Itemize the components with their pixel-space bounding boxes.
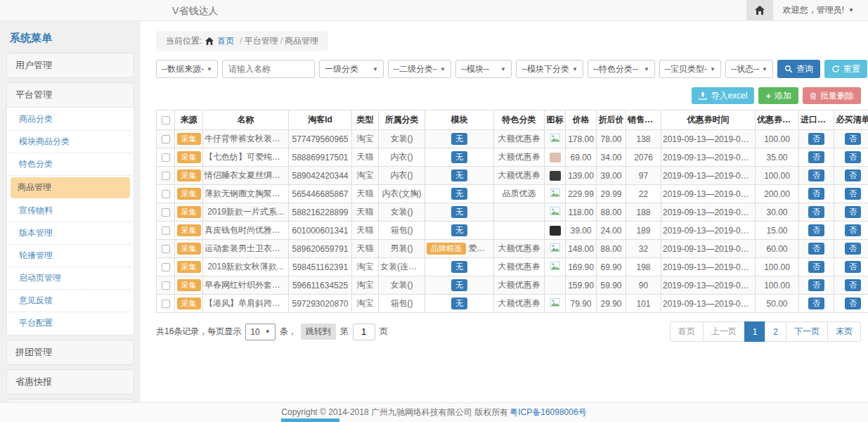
filter-select-0[interactable]: --数据来源--▼: [156, 60, 218, 78]
module-badge: 无: [451, 151, 467, 164]
must-buy-toggle-badge[interactable]: 否: [845, 298, 861, 310]
sidebar-item-1[interactable]: 平台管理: [6, 82, 134, 108]
sidebar-subitem-1[interactable]: 模块商品分类: [9, 131, 131, 153]
filter-select-7[interactable]: --宝贝类型--▼: [659, 60, 721, 78]
sidebar-subitem-5[interactable]: 版本管理: [9, 222, 131, 245]
sidebar-subitem-2[interactable]: 特色分类: [9, 153, 131, 176]
page-number-input[interactable]: [353, 324, 375, 340]
import-toggle-badge[interactable]: 否: [808, 170, 824, 182]
must-buy-toggle-badge[interactable]: 否: [845, 151, 861, 164]
sidebar-subitem-9[interactable]: 平台配置: [9, 312, 131, 334]
sidebar-subitem-7[interactable]: 启动页管理: [9, 267, 131, 290]
cell-category: 女装(连衣裙): [379, 258, 425, 276]
import-toggle-badge[interactable]: 否: [808, 224, 824, 237]
import-toggle-badge[interactable]: 否: [808, 206, 824, 219]
must-buy-toggle-badge[interactable]: 否: [845, 206, 861, 219]
batch-delete-button[interactable]: 批量删除: [803, 87, 861, 104]
pager-button-2[interactable]: 1: [744, 321, 766, 342]
source-badge: 采集: [177, 298, 201, 310]
filter-select-3[interactable]: --二级分类--▼: [388, 60, 451, 78]
sidebar-subitem-6[interactable]: 轮播管理: [9, 245, 131, 267]
sidebar-item-2[interactable]: 拼团管理: [6, 340, 134, 365]
pager-button-1[interactable]: 上一页: [703, 321, 745, 342]
name-search-input[interactable]: [222, 60, 315, 78]
row-checkbox[interactable]: [162, 226, 170, 235]
cell-must-buy: 否: [834, 276, 868, 295]
sidebar-item-3[interactable]: 省惠快报: [6, 369, 134, 395]
must-buy-toggle-badge[interactable]: 否: [845, 170, 861, 182]
row-checkbox[interactable]: [162, 208, 170, 217]
filter-select-2[interactable]: 一级分类▼: [319, 60, 384, 78]
cell-taoke-id: 589620659791: [289, 240, 352, 258]
must-buy-toggle-badge[interactable]: 否: [845, 133, 861, 146]
module-badge: 品牌精选: [427, 243, 466, 255]
row-checkbox[interactable]: [162, 300, 170, 308]
breadcrumb-home-link[interactable]: 首页: [217, 35, 234, 47]
import-excel-button[interactable]: 导入excel: [692, 87, 754, 104]
breadcrumb-item-0[interactable]: 平台管理: [245, 36, 278, 46]
must-buy-toggle-badge[interactable]: 否: [845, 188, 861, 200]
filter-select-5[interactable]: --模块下分类--▼: [516, 60, 583, 78]
app-title: V省钱达人: [172, 5, 218, 18]
per-page-select[interactable]: 10 ▼: [245, 324, 275, 340]
import-toggle-badge[interactable]: 否: [808, 188, 824, 200]
import-toggle-badge[interactable]: 否: [808, 133, 824, 146]
breadcrumb-item-1[interactable]: 商品管理: [285, 36, 318, 46]
import-toggle-badge[interactable]: 否: [808, 298, 824, 310]
cell-module: 无: [425, 185, 494, 203]
table-row: 采集真皮钱包时尚优雅女士...601000601341天猫箱包()无39.002…: [157, 222, 868, 240]
import-toggle-badge[interactable]: 否: [808, 151, 824, 164]
batch-delete-label: 批量删除: [820, 90, 854, 102]
cell-import-optional: 否: [799, 258, 834, 276]
must-buy-toggle-badge[interactable]: 否: [845, 261, 861, 274]
table-row: 采集牛仔背带裤女秋装减龄...577479560965淘宝女装()无大额优惠券1…: [157, 130, 868, 148]
cell-discount-price: 29.99: [597, 185, 626, 203]
sidebar-subitem-0[interactable]: 商品分类: [9, 108, 131, 131]
home-button[interactable]: [746, 0, 773, 20]
row-checkbox[interactable]: [162, 281, 170, 290]
cell-icon: [545, 167, 566, 185]
sidebar-subitem-3[interactable]: 商品管理: [11, 177, 130, 198]
cell-product-name: 2019新款女秋薄款...: [203, 258, 289, 276]
select-all-checkbox[interactable]: [162, 116, 170, 124]
row-checkbox[interactable]: [162, 245, 170, 253]
cell-product-name: 牛仔背带裤女秋装减龄...: [203, 130, 289, 148]
user-menu[interactable]: 欢迎您，管理员! ▼: [773, 4, 868, 16]
sidebar-item-0[interactable]: 用户管理: [6, 53, 134, 78]
import-toggle-badge[interactable]: 否: [808, 243, 824, 255]
row-checkbox[interactable]: [162, 190, 170, 198]
pager-button-0[interactable]: 首页: [670, 321, 704, 342]
reset-button[interactable]: 重置: [824, 60, 867, 78]
import-toggle-badge[interactable]: 否: [808, 279, 824, 292]
pager-button-3[interactable]: 2: [765, 321, 786, 342]
must-buy-toggle-badge[interactable]: 否: [845, 224, 861, 237]
row-checkbox[interactable]: [162, 135, 170, 143]
sidebar-subitem-8[interactable]: 意见反馈: [9, 290, 131, 312]
cell-module: 无: [425, 295, 494, 313]
table-header-row: 来源名称淘客Id类型所属分类模块特色分类图标价格折后价销售数量优惠券时间优惠券金…: [157, 110, 868, 130]
cell-taoke-id: 565446685867: [289, 185, 352, 203]
cell-coupon-amount: 100.00: [756, 130, 799, 148]
row-checkbox[interactable]: [162, 263, 170, 271]
pager-button-5[interactable]: 末页: [827, 321, 861, 342]
add-button[interactable]: + 添加: [758, 87, 798, 104]
cell-checkbox: [157, 185, 175, 203]
search-button[interactable]: 查询: [777, 60, 820, 78]
must-buy-toggle-badge[interactable]: 否: [845, 243, 861, 255]
filter-select-6[interactable]: --特色分类--▼: [588, 60, 655, 78]
row-checkbox[interactable]: [162, 172, 170, 180]
module-badge: 无: [451, 261, 467, 274]
must-buy-toggle-badge[interactable]: 否: [845, 279, 861, 292]
footer: Copyright © 2014-2018 广州九驰网络科技有限公司 版权所有 …: [0, 402, 868, 422]
pager-button-4[interactable]: 下一页: [786, 321, 828, 342]
cell-icon: [545, 240, 566, 258]
icp-link[interactable]: 粤ICP备16098006号: [510, 407, 586, 418]
import-toggle-badge[interactable]: 否: [808, 261, 824, 274]
column-header-5: 所属分类: [379, 110, 425, 130]
jump-button[interactable]: 跳转到: [301, 324, 336, 340]
product-thumbnail: [550, 226, 561, 236]
filter-select-8[interactable]: --状态--▼: [725, 60, 773, 78]
filter-select-4[interactable]: --模块--▼: [455, 60, 512, 78]
sidebar-subitem-4[interactable]: 宣传物料: [9, 200, 131, 222]
row-checkbox[interactable]: [162, 153, 170, 162]
